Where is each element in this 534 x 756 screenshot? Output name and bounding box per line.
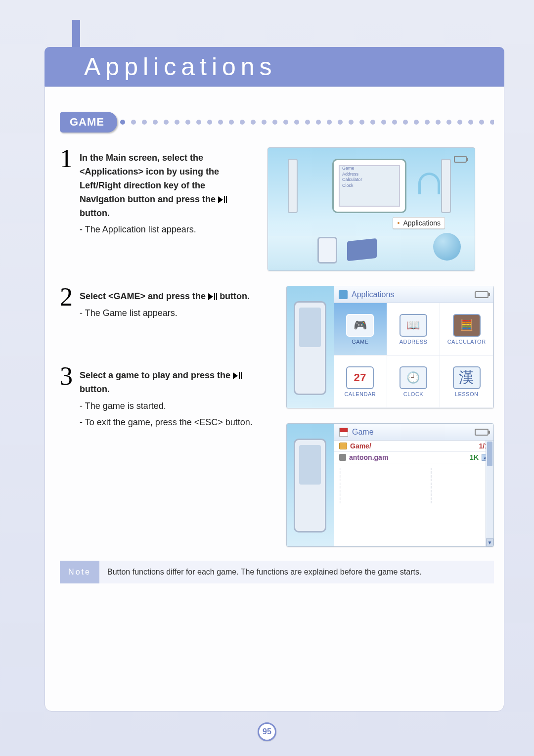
tv-menu-text: Game Address Calculator Clock bbox=[342, 166, 362, 189]
app-item-calendar[interactable]: CALENDAR bbox=[334, 356, 387, 408]
apps-window-title: Applications bbox=[352, 290, 394, 299]
section-heading: GAME bbox=[70, 116, 104, 128]
note-label: Note bbox=[60, 561, 99, 583]
selected-app-label-text: Applications bbox=[403, 219, 441, 227]
apps-main-panel: Applications GAMEADDRESSCALCULATORCALEND… bbox=[334, 286, 493, 408]
steps-2-3-column: 2 Select <GAME> and press the button. - … bbox=[60, 286, 253, 430]
svg-marker-6 bbox=[233, 372, 238, 379]
play-pause-icon bbox=[233, 369, 242, 383]
battery-icon bbox=[454, 156, 467, 163]
screenshot-game-list: Game Game/ 1/1 antoon.gam 1K ▲ ¦ bbox=[286, 423, 494, 547]
step-2-number: 2 bbox=[60, 286, 73, 320]
game-path-row: Game/ 1/1 bbox=[334, 441, 493, 452]
calc-icon bbox=[453, 314, 481, 337]
section-header-row: GAME bbox=[60, 112, 494, 133]
folder-icon bbox=[339, 443, 347, 449]
app-item-label: CLOCK bbox=[403, 391, 423, 397]
battery-icon bbox=[475, 291, 489, 298]
header-tab-accent bbox=[72, 20, 80, 47]
app-item-label: LESSON bbox=[455, 391, 479, 397]
step-3-body: Select a game to play and press the butt… bbox=[80, 365, 253, 430]
step-1-instruction-a: In the Main screen, select the <Applicat… bbox=[80, 153, 219, 204]
app-item-calculator[interactable]: CALCULATOR bbox=[440, 303, 493, 356]
game-main-panel: Game Game/ 1/1 antoon.gam 1K ▲ ¦ bbox=[334, 424, 493, 546]
battery-icon bbox=[475, 429, 489, 436]
app-item-label: CALENDAR bbox=[344, 391, 376, 397]
lesson-icon bbox=[453, 366, 481, 389]
play-pause-icon bbox=[218, 193, 227, 207]
selected-app-label: Applications bbox=[393, 217, 445, 229]
step-2: 2 Select <GAME> and press the button. - … bbox=[60, 286, 253, 320]
game-path-label: Game/ bbox=[350, 442, 371, 450]
note-text: Button functions differ for each game. T… bbox=[99, 561, 494, 583]
step-3-result-1: - The game is started. bbox=[80, 400, 253, 413]
apps-grid: GAMEADDRESSCALCULATORCALENDARCLOCKLESSON bbox=[334, 303, 493, 408]
app-item-lesson[interactable]: LESSON bbox=[440, 356, 493, 408]
step-2-body: Select <GAME> and press the button. - Th… bbox=[80, 286, 250, 320]
pda-graphic bbox=[294, 301, 326, 395]
svg-marker-0 bbox=[218, 196, 223, 203]
apps-window-titlebar: Applications bbox=[334, 286, 493, 303]
game-side-panel bbox=[287, 424, 334, 546]
gamepad-icon bbox=[346, 314, 374, 337]
step-1-body: In the Main screen, select the <Applicat… bbox=[80, 147, 253, 237]
window-icon bbox=[339, 290, 348, 299]
page-number: 95 bbox=[263, 727, 271, 736]
section-dots bbox=[120, 120, 494, 125]
step-2-result: - The Game list appears. bbox=[80, 307, 250, 320]
svg-rect-8 bbox=[241, 372, 242, 379]
right-screens-column: Applications GAMEADDRESSCALCULATORCALEND… bbox=[267, 286, 494, 547]
phone-graphic bbox=[317, 237, 337, 264]
game-file-name: antoon.gam bbox=[349, 453, 388, 461]
step-3-instruction-a: Select a game to play and press the bbox=[80, 370, 233, 380]
book-graphic bbox=[347, 238, 377, 261]
step-1-instruction-b: button. bbox=[80, 208, 110, 218]
section-heading-pill: GAME bbox=[60, 112, 117, 133]
step-3-instruction-b: button. bbox=[80, 384, 110, 394]
page-panel: GAME 1 In the Main screen, select the <A… bbox=[44, 87, 504, 712]
app-item-label: ADDRESS bbox=[400, 339, 428, 345]
step-3-result-2: - To exit the game, press the <ESC> butt… bbox=[80, 416, 253, 430]
game-window-titlebar: Game bbox=[334, 424, 493, 441]
step-3: 3 Select a game to play and press the bu… bbox=[60, 365, 253, 430]
step-1: 1 In the Main screen, select the <Applic… bbox=[60, 147, 253, 237]
step-1-result: - The Application list appears. bbox=[80, 223, 253, 237]
play-pause-icon bbox=[208, 290, 217, 304]
chapter-title-band: Applications bbox=[44, 47, 504, 87]
clock-icon bbox=[400, 366, 427, 389]
file-icon bbox=[339, 454, 346, 461]
svg-rect-5 bbox=[216, 293, 217, 300]
scroll-down-button[interactable]: ▼ bbox=[486, 538, 493, 546]
chapter-title: Applications bbox=[84, 52, 277, 81]
speaker-left-graphic bbox=[288, 159, 298, 213]
scrollbar[interactable]: ▼ bbox=[486, 441, 493, 546]
speaker-right-graphic bbox=[441, 159, 451, 213]
step-3-number: 3 bbox=[60, 365, 73, 430]
app-item-clock[interactable]: CLOCK bbox=[387, 356, 441, 408]
note-bar: Note Button functions differ for each ga… bbox=[60, 561, 494, 583]
app-item-address[interactable]: ADDRESS bbox=[387, 303, 441, 356]
app-item-game[interactable]: GAME bbox=[334, 303, 387, 356]
page-number-chip: 95 bbox=[258, 722, 276, 741]
scrollbar-thumb[interactable] bbox=[487, 442, 492, 466]
apps-side-panel bbox=[287, 286, 334, 408]
svg-rect-1 bbox=[224, 196, 225, 203]
empty-rows: ¦ ¦ ¦ ¦ ¦ ¦ ¦ ¦ ¦ bbox=[334, 463, 493, 506]
svg-rect-7 bbox=[239, 372, 240, 379]
step-1-number: 1 bbox=[60, 147, 73, 237]
step-2-instruction-a: Select <GAME> and press the bbox=[80, 291, 208, 301]
svg-marker-3 bbox=[208, 293, 213, 300]
screenshot-main-screen: Game Address Calculator Clock Applicatio… bbox=[267, 147, 475, 271]
content-grid: 1 In the Main screen, select the <Applic… bbox=[60, 147, 494, 547]
globe-graphic bbox=[433, 233, 461, 261]
headphones-graphic bbox=[418, 173, 440, 194]
game-file-row[interactable]: antoon.gam 1K ▲ bbox=[334, 452, 493, 463]
svg-rect-4 bbox=[214, 293, 215, 300]
step-2-instruction-b: button. bbox=[220, 291, 250, 301]
app-item-label: GAME bbox=[352, 339, 368, 345]
cal-icon bbox=[346, 366, 374, 389]
game-file-size: 1K bbox=[470, 453, 479, 461]
svg-rect-2 bbox=[226, 196, 227, 203]
game-title-icon bbox=[339, 428, 348, 437]
game-window-title: Game bbox=[352, 428, 374, 437]
